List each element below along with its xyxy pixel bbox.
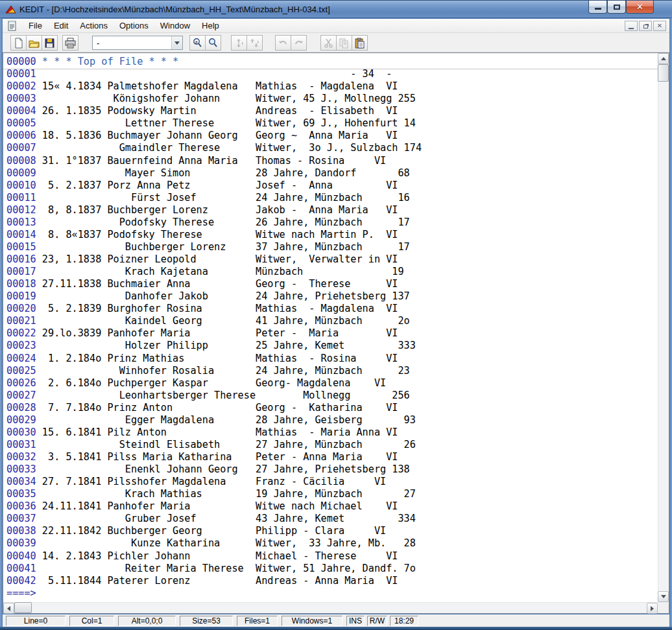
- menu-options[interactable]: Options: [114, 19, 154, 32]
- editor-line[interactable]: 00007 Gmaindler Therese Witwer, 3o J., S…: [6, 142, 658, 154]
- editor-line[interactable]: 00001 - 34 -: [6, 68, 658, 80]
- editor-line[interactable]: 00031 Steindl Elisabeth 27 Jahre, Münzba…: [6, 439, 658, 451]
- scrollbar-corner: [658, 602, 669, 613]
- vertical-scrollbar[interactable]: [658, 53, 669, 602]
- editor-lines[interactable]: 00000 * * * Top of File * * *00001 - 34 …: [3, 53, 658, 602]
- fit-window-alt-button[interactable]: [246, 35, 263, 51]
- editor-line[interactable]: 00023 Holzer Philipp 25 Jahre, Kemet 333: [6, 340, 658, 352]
- child-close-button[interactable]: ✕: [653, 21, 666, 31]
- find-button[interactable]: a: [189, 35, 206, 51]
- editor-line[interactable]: 00042 5.11.1844 Paterer Lorenz Andreas -…: [6, 575, 658, 587]
- menu-window[interactable]: Window: [154, 19, 196, 32]
- open-file-button[interactable]: [26, 35, 42, 51]
- editor-line[interactable]: 00034 27. 7.1841 Pilsshofer Magdalena Fr…: [6, 476, 658, 488]
- line-number: 00018: [6, 278, 36, 290]
- cut-button[interactable]: [320, 35, 337, 51]
- editor-line[interactable]: 00029 Egger Magdalena 28 Jahre, Geisberg…: [6, 414, 658, 426]
- editor-line[interactable]: 00005 Lettner Therese Witwer, 69 J., Hoh…: [6, 117, 658, 130]
- horizontal-scroll-thumb[interactable]: [14, 602, 32, 613]
- editor-line[interactable]: 00003 Königshofer Johann Witwer, 45 J., …: [6, 93, 658, 105]
- line-text: 27. 7.1841 Pilsshofer Magdalena Franz - …: [36, 476, 386, 487]
- editor-line[interactable]: 00038 22.11.1842 Buchberger Georg Philip…: [6, 525, 658, 537]
- maximize-button[interactable]: [607, 1, 626, 14]
- editor-line[interactable]: 00033 Enenkl Johann Georg 27 Jahre, Prie…: [6, 463, 658, 476]
- editor-line[interactable]: 00017 Krach Kajetana Münzbach 19: [6, 266, 658, 278]
- scissors-icon: [323, 38, 334, 49]
- title-bar[interactable]: KEDIT - [D:\Hochzeitsindex\Münzbach\Münz…: [0, 0, 672, 18]
- two-pages-icon: [339, 38, 350, 49]
- editor-line[interactable]: 00004 26. 1.1835 Podowsky Martin Andreas…: [6, 105, 658, 117]
- combobox-dropdown-button[interactable]: [171, 36, 182, 49]
- print-button[interactable]: [62, 35, 78, 51]
- editor-line[interactable]: 00037 Gruber Josef 43 Jahre, Kemet 334: [6, 513, 658, 525]
- editor-line[interactable]: 00000 * * * Top of File * * *: [6, 56, 658, 68]
- editor-line[interactable]: 00011 Fürst Josef 24 Jahre, Münzbach 16: [6, 192, 658, 204]
- editor-line[interactable]: 00013 Podofsky Therese 26 Jahre, Münzbac…: [6, 216, 658, 229]
- editor-line[interactable]: 00039 Kunze Katharina Witwer, 33 Jahre, …: [6, 537, 658, 550]
- editor-line[interactable]: 00035 Krach Mathias 19 Jahre, Münzbach 2…: [6, 488, 658, 500]
- command-combobox[interactable]: -: [92, 36, 183, 50]
- editor-line[interactable]: 00018 27.11.1838 Buchmaier Anna Georg - …: [6, 278, 658, 290]
- editor-line[interactable]: 00002 15« 4.1834 Palmetshofer Magdalena …: [6, 80, 658, 93]
- editor-line[interactable]: 00019 Danhofer Jakob 24 Jahre, Priehetsb…: [6, 290, 658, 303]
- editor-line[interactable]: 00030 15. 6.1841 Pilz Anton Mathias - Ma…: [6, 426, 658, 439]
- editor-line[interactable]: 00008 31. 1°1837 Bauernfeind Anna Maria …: [6, 155, 658, 167]
- chevron-down-icon: [174, 41, 180, 45]
- redo-button[interactable]: [291, 35, 307, 51]
- editor-line[interactable]: 00032 3. 5.1841 Pilss Maria Katharina Pe…: [6, 451, 658, 463]
- line-number: 00020: [6, 303, 36, 314]
- menu-actions[interactable]: Actions: [74, 19, 114, 32]
- menu-file[interactable]: File: [23, 19, 48, 32]
- document-icon[interactable]: [7, 21, 18, 31]
- find-again-button[interactable]: [205, 35, 221, 51]
- redo-icon: [293, 38, 304, 49]
- line-number: 00041: [6, 563, 36, 574]
- copy-button[interactable]: [336, 35, 352, 51]
- editor-line[interactable]: 00009 Mayer Simon 28 Jahre, Dandorf 68: [6, 167, 658, 180]
- line-number: 00030: [6, 426, 36, 438]
- editor-line[interactable]: 00015 Buchberger Lorenz 37 Jahre, Münzba…: [6, 241, 658, 253]
- line-number: 00038: [6, 525, 36, 537]
- close-button[interactable]: ✕: [626, 1, 654, 14]
- editor-line[interactable]: 00025 Winhofer Rosalia 24 Jahre, Münzbac…: [6, 365, 658, 377]
- clipboard-icon: [354, 38, 365, 49]
- editor-line[interactable]: 00027 Leonhartsberger Therese Mollnegg 2…: [6, 390, 658, 402]
- editor-line[interactable]: 00016 23, 1.1838 Poizner Leopold Witwer,…: [6, 253, 658, 266]
- editor-line[interactable]: 00012 8, 8.1837 Buchberger Lorenz Jakob …: [6, 204, 658, 216]
- fit-window-button[interactable]: [231, 35, 247, 51]
- editor-line[interactable]: 00036 24.11.1841 Panhofer Maria Witwe na…: [6, 500, 658, 513]
- menu-edit[interactable]: Edit: [48, 19, 74, 32]
- scroll-right-button[interactable]: [647, 603, 658, 614]
- line-text: 1. 2.184o Prinz Mathias Mathias - Rosina…: [36, 353, 398, 364]
- line-number: 00036: [6, 500, 36, 512]
- editor-line[interactable]: 00024 1. 2.184o Prinz Mathias Mathias - …: [6, 353, 658, 365]
- line-number: 00027: [6, 390, 36, 401]
- editor-line[interactable]: 00006 18. 5.1836 Buchmayer Johann Georg …: [6, 130, 658, 142]
- vertical-scroll-thumb[interactable]: [658, 64, 669, 82]
- editor-line[interactable]: 00041 Reiter Maria Therese Witwer, 51 Ja…: [6, 563, 658, 575]
- editor-line[interactable]: 00022 29.lo.3839 Panhofer Maria Peter - …: [6, 327, 658, 340]
- new-file-button[interactable]: [10, 35, 27, 51]
- scroll-down-button[interactable]: [658, 591, 669, 602]
- save-file-button[interactable]: [42, 35, 58, 51]
- menu-help[interactable]: Help: [196, 19, 225, 32]
- editor-line[interactable]: 00010 5. 2.1837 Porz Anna Petz Josef - A…: [6, 180, 658, 192]
- line-text: 5.11.1844 Paterer Lorenz Andreas - Anna …: [36, 575, 398, 587]
- child-minimize-button[interactable]: [625, 21, 638, 31]
- minimize-button[interactable]: [588, 1, 607, 14]
- horizontal-scrollbar[interactable]: [3, 602, 658, 613]
- editor-line[interactable]: 00020 5. 2.1839 Burghofer Rosina Mathias…: [6, 303, 658, 315]
- child-restore-button[interactable]: [639, 21, 652, 31]
- undo-button[interactable]: [275, 35, 291, 51]
- editor-line[interactable]: 00028 7. 7.184o Prinz Anton Georg - Kath…: [6, 402, 658, 414]
- scroll-left-button[interactable]: [3, 603, 14, 614]
- editor-line[interactable]: 00026 2. 6.184o Puchperger Kaspar Georg-…: [6, 377, 658, 390]
- blank-page-icon: [13, 38, 24, 49]
- paste-button[interactable]: [352, 35, 368, 51]
- editor-line[interactable]: 00040 14. 2.1843 Pichler Johann Michael …: [6, 550, 658, 563]
- command-line[interactable]: ====>: [6, 587, 658, 600]
- editor-line[interactable]: 00014 8. 8«1837 Podofsky Therese Witwe n…: [6, 229, 658, 241]
- line-number: 00037: [6, 513, 36, 524]
- scroll-up-button[interactable]: [658, 53, 669, 64]
- editor-line[interactable]: 00021 Kaindel Georg 41 Jahre, Münzbach 2…: [6, 315, 658, 327]
